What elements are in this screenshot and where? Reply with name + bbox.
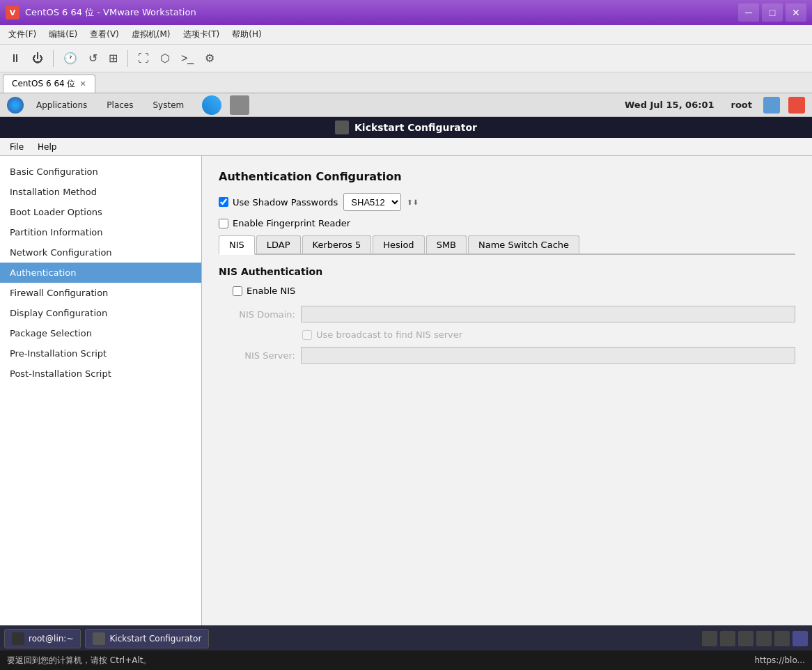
applications-menu[interactable]: Applications [29, 98, 94, 112]
fullscreen-button[interactable]: ⛶ [134, 47, 153, 70]
app-menu-help[interactable]: Help [31, 140, 63, 154]
kickstart-taskbar-btn[interactable]: Kickstart Configurator [85, 629, 209, 648]
tab-hesiod[interactable]: Hesiod [373, 235, 424, 254]
power-button[interactable]: ⏻ [28, 47, 47, 70]
taskbar: root@lin:~ Kickstart Configurator [0, 625, 812, 650]
tab-kerberos[interactable]: Kerberos 5 [302, 235, 372, 254]
enable-nis-text: Enable NIS [247, 286, 295, 296]
broadcast-label[interactable]: Use broadcast to find NIS server [302, 329, 462, 340]
menu-edit[interactable]: 编辑(E) [43, 26, 83, 42]
nis-panel: NIS Authentication Enable NIS NIS Domain… [219, 266, 795, 364]
console-button[interactable]: >_ [177, 47, 198, 70]
sidebar-item-boot-loader[interactable]: Boot Loader Options [0, 202, 201, 222]
settings-button[interactable]: ⚙ [201, 47, 219, 70]
close-button[interactable]: ✕ [786, 3, 806, 22]
nis-domain-input[interactable] [301, 306, 795, 322]
menu-file[interactable]: 文件(F) [3, 26, 42, 42]
app-icon: V [6, 6, 19, 20]
status-bar: 要返回到您的计算机，请按 Ctrl+Alt。 https://blo... [0, 650, 812, 670]
snapshot-manager-button[interactable]: ⊞ [104, 47, 122, 70]
vmware-menubar: 文件(F) 编辑(E) 查看(V) 虚拟机(M) 选项卡(T) 帮助(H) [0, 25, 812, 45]
menu-view[interactable]: 查看(V) [84, 26, 125, 42]
tab-close-icon[interactable]: ✕ [79, 79, 86, 88]
tab-name-switch-cache[interactable]: Name Switch Cache [468, 235, 579, 254]
snapshot-button[interactable]: 🕐 [59, 47, 81, 70]
sidebar-item-pre-install[interactable]: Pre-Installation Script [0, 343, 201, 364]
app-title-bar: Kickstart Configurator [0, 117, 812, 138]
app-window: Kickstart Configurator File Help Basic C… [0, 117, 812, 625]
nis-domain-label: NIS Domain: [219, 309, 295, 320]
nis-server-label: NIS Server: [219, 350, 295, 361]
enable-nis-label[interactable]: Enable NIS [233, 286, 295, 296]
systray-icon-1 [702, 631, 717, 646]
fingerprint-checkbox-label[interactable]: Enable Fingerprint Reader [219, 218, 350, 228]
broadcast-checkbox[interactable] [302, 330, 312, 340]
sidebar-item-post-install[interactable]: Post-Installation Script [0, 364, 201, 384]
nis-server-input[interactable] [301, 347, 795, 364]
systray-icon-5 [774, 631, 790, 646]
vm-tab-label: CentOS 6 64 位 [12, 78, 75, 90]
app-title-text: Kickstart Configurator [354, 122, 477, 133]
shadow-passwords-checkbox[interactable] [219, 197, 228, 207]
tab-ldap[interactable]: LDAP [256, 235, 301, 254]
sidebar-item-authentication[interactable]: Authentication [0, 263, 201, 283]
applications-icon: 🌐 [7, 97, 24, 114]
menu-tabs[interactable]: 选项卡(T) [178, 26, 226, 42]
menu-vm[interactable]: 虚拟机(M) [126, 26, 176, 42]
nis-domain-row: NIS Domain: [219, 306, 795, 322]
broadcast-text: Use broadcast to find NIS server [316, 329, 462, 340]
sidebar-item-packages[interactable]: Package Selection [0, 323, 201, 343]
taskbar-systray [702, 631, 808, 646]
sha-algorithm-select[interactable]: SHA512 SHA256 MD5 [343, 193, 401, 211]
tab-nis[interactable]: NIS [219, 235, 255, 255]
nis-server-row: NIS Server: [219, 347, 795, 364]
sidebar-item-partition[interactable]: Partition Information [0, 222, 201, 242]
volume-icon[interactable] [763, 97, 780, 114]
pause-button[interactable]: ⏸ [6, 47, 25, 70]
tab-smb[interactable]: SMB [426, 235, 467, 254]
kickstart-taskbar-icon [93, 632, 105, 645]
systray-icon-4 [756, 631, 772, 646]
system-time: Wed Jul 15, 06:01 [625, 100, 715, 110]
fingerprint-checkbox[interactable] [219, 219, 228, 228]
enable-nis-checkbox[interactable] [233, 286, 242, 296]
sidebar-item-firewall[interactable]: Firewall Configuration [0, 283, 201, 303]
status-hint: 要返回到您的计算机，请按 Ctrl+Alt。 [7, 655, 151, 667]
status-url: https://blo... [754, 655, 805, 665]
snapshot-restore-button[interactable]: ↺ [84, 47, 102, 70]
system-menu[interactable]: System [146, 98, 191, 112]
sidebar-item-installation-method[interactable]: Installation Method [0, 182, 201, 202]
toolbar-separator [53, 50, 54, 67]
places-menu[interactable]: Places [100, 98, 140, 112]
systray-icon-6 [793, 631, 808, 646]
sidebar-item-basic-config[interactable]: Basic Configuration [0, 162, 201, 182]
vmware-toolbar: ⏸ ⏻ 🕐 ↺ ⊞ ⛶ ⬡ >_ ⚙ [0, 45, 812, 72]
sidebar-item-display[interactable]: Display Configuration [0, 303, 201, 323]
toolbar-separator-2 [127, 50, 128, 67]
current-user: root [731, 100, 753, 110]
tab-bar: CentOS 6 64 位 ✕ [0, 72, 812, 93]
app-menubar: File Help [0, 138, 812, 156]
nis-broadcast-row: Use broadcast to find NIS server [302, 329, 795, 340]
menu-help[interactable]: 帮助(H) [226, 26, 267, 42]
kickstart-icon [335, 120, 349, 134]
shadow-passwords-row: Use Shadow Passwords SHA512 SHA256 MD5 ⬆… [219, 193, 795, 211]
guest-bar: 🌐 Applications Places System Wed Jul 15,… [0, 93, 812, 117]
vm-tab[interactable]: CentOS 6 64 位 ✕ [3, 75, 95, 93]
enable-nis-row: Enable NIS [233, 286, 795, 296]
terminal-taskbar-btn[interactable]: root@lin:~ [4, 629, 81, 648]
sidebar-item-network[interactable]: Network Configuration [0, 242, 201, 263]
sha-dropdown-icon: ⬆⬇ [407, 198, 419, 206]
terminal-label: root@lin:~ [29, 634, 73, 644]
minimize-button[interactable]: ─ [738, 3, 759, 22]
app-menu-file[interactable]: File [3, 140, 31, 154]
systray-icon-2 [720, 631, 735, 646]
kickstart-taskbar-label: Kickstart Configurator [109, 634, 201, 644]
unity-button[interactable]: ⬡ [156, 47, 174, 70]
window-title: CentOS 6 64 位 - VMware Workstation [25, 6, 738, 19]
shadow-passwords-checkbox-label[interactable]: Use Shadow Passwords [219, 197, 338, 208]
maximize-button[interactable]: □ [762, 3, 783, 22]
fingerprint-row: Enable Fingerprint Reader [219, 218, 795, 228]
shadow-passwords-label: Use Shadow Passwords [233, 197, 338, 208]
auth-tabs: NIS LDAP Kerberos 5 Hesiod SMB Name Swit… [219, 235, 795, 255]
